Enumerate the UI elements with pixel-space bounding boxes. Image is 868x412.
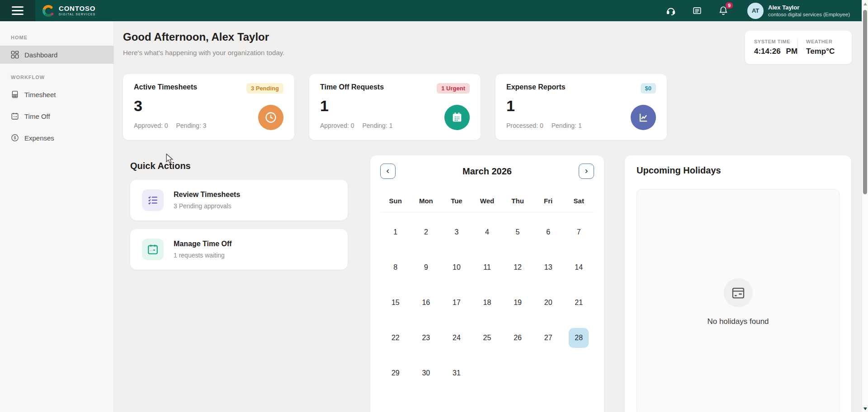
- calendar-day[interactable]: 2: [411, 222, 442, 242]
- calendar-day-header: Mon: [411, 197, 442, 205]
- quick-actions-title: Quick Actions: [130, 161, 348, 171]
- calendar-card: March 2026 SunMonTueWedThuFriSat 1234567…: [370, 155, 604, 412]
- sidebar-item-label: Timesheet: [24, 91, 56, 98]
- calendar-day[interactable]: 13: [533, 258, 564, 277]
- calendar-day[interactable]: 11: [472, 258, 503, 277]
- holidays-title: Upcoming Holidays: [637, 165, 840, 176]
- stat-detail: Pending: 3: [176, 122, 207, 129]
- brand-tagline: DIGITAL SERVICES: [59, 13, 96, 16]
- calendar-day[interactable]: 17: [441, 293, 472, 313]
- calendar-day[interactable]: 27: [533, 328, 564, 348]
- stat-detail: Pending: 1: [363, 122, 393, 129]
- calendar-day-empty: [502, 363, 533, 383]
- main-content: Good Afternoon, Alex Taylor Here's what'…: [114, 21, 862, 412]
- sidebar-item-label: Time Off: [24, 112, 50, 120]
- chevron-left-icon: [384, 168, 392, 175]
- announcements-button[interactable]: [692, 5, 703, 16]
- timesheet-document-icon: [11, 90, 19, 98]
- calendar-day[interactable]: 30: [411, 363, 442, 383]
- timeoff-calendar-icon: [11, 112, 19, 120]
- calendar-day[interactable]: 31: [441, 363, 472, 383]
- calendar-day[interactable]: 10: [441, 258, 472, 277]
- calendar-day[interactable]: 21: [563, 293, 594, 313]
- page-title: Good Afternoon, Alex Taylor: [123, 31, 284, 43]
- weather-value: Temp°C: [806, 47, 843, 56]
- calendar-day[interactable]: 3: [441, 222, 472, 242]
- sidebar-item-expenses[interactable]: $ Expenses: [0, 129, 113, 147]
- scroll-down-arrow-icon[interactable]: [863, 407, 867, 410]
- sidebar-item-label: Dashboard: [24, 51, 57, 59]
- sidebar-item-dashboard[interactable]: Dashboard: [0, 46, 113, 64]
- calendar-day[interactable]: 18: [472, 293, 503, 313]
- weather-label: WEATHER: [806, 39, 843, 44]
- calendar-day[interactable]: 6: [533, 222, 564, 242]
- status-badge: 1 Urgent: [437, 83, 470, 94]
- avatar: AT: [747, 3, 764, 19]
- stat-card-expense-reports: Expense Reports $0 1 Processed: 0 Pendin…: [495, 74, 667, 140]
- brand-name: CONTOSO: [59, 5, 96, 12]
- calendar-icon: [451, 111, 463, 124]
- calendar-day[interactable]: 1: [380, 222, 411, 242]
- sidebar-section-workflow: WORKFLOW: [0, 75, 113, 85]
- calendar-day-header: Sun: [380, 197, 411, 205]
- quick-action-review-timesheets[interactable]: Review Timesheets 3 Pending approvals: [130, 180, 348, 220]
- empty-calendar-icon: [731, 285, 746, 300]
- sidebar-item-label: Expenses: [24, 134, 54, 142]
- scrollbar-thumb[interactable]: [863, 10, 867, 194]
- checklist-icon: [147, 194, 159, 206]
- calendar-day[interactable]: 24: [441, 328, 472, 348]
- calendar-day[interactable]: 14: [563, 258, 594, 277]
- calendar-prev-button[interactable]: [380, 164, 396, 179]
- user-menu[interactable]: AT Alex Taylor contoso digital services …: [747, 3, 850, 19]
- notifications-button[interactable]: 9: [718, 5, 729, 16]
- calendar-day[interactable]: 4: [472, 222, 503, 242]
- calendar-day[interactable]: 20: [533, 293, 564, 313]
- chevron-right-icon: [583, 168, 590, 175]
- calendar-day[interactable]: 25: [472, 328, 503, 348]
- stat-detail: Pending: 1: [552, 122, 582, 129]
- stat-detail: Approved: 0: [320, 122, 354, 129]
- system-status-card: SYSTEM TIME 4:14:26PM WEATHER Temp°C: [745, 31, 852, 64]
- quick-action-subtitle: 1 requests waiting: [174, 252, 232, 259]
- calendar-day[interactable]: 8: [380, 258, 411, 277]
- hamburger-menu-button[interactable]: [0, 0, 35, 21]
- calendar-check-icon: [147, 243, 159, 255]
- greeting-block: Good Afternoon, Alex Taylor Here's what'…: [123, 31, 284, 56]
- stat-card-timeoff-requests: Time Off Requests 1 Urgent 1 Approved: 0…: [309, 74, 481, 140]
- sidebar-item-timeoff[interactable]: Time Off: [0, 107, 113, 125]
- calendar-day[interactable]: 19: [502, 293, 533, 313]
- calendar-day[interactable]: 12: [502, 258, 533, 277]
- calendar-day[interactable]: 22: [380, 328, 411, 348]
- calendar-dow-row: SunMonTueWedThuFriSat: [380, 197, 594, 212]
- calendar-day[interactable]: 7: [563, 222, 594, 242]
- calendar-day[interactable]: 23: [411, 328, 442, 348]
- calendar-day[interactable]: 15: [380, 293, 411, 313]
- calendar-day[interactable]: 16: [411, 293, 442, 313]
- scroll-up-arrow-icon[interactable]: [863, 3, 867, 5]
- quick-action-subtitle: 3 Pending approvals: [174, 202, 240, 210]
- contoso-logo-icon: [42, 4, 55, 18]
- upcoming-holidays-card: Upcoming Holidays No holidays found: [625, 155, 851, 412]
- calendar-day-header: Sat: [563, 197, 594, 205]
- calendar-day[interactable]: 26: [502, 328, 533, 348]
- calendar-next-button[interactable]: [579, 164, 594, 179]
- quick-actions-section: Quick Actions Review Timesheets 3 Pendin…: [130, 155, 348, 270]
- calendar-day[interactable]: 28: [569, 328, 589, 348]
- calendar-day-header: Thu: [502, 197, 533, 205]
- sidebar-item-timesheet[interactable]: Timesheet: [0, 85, 113, 103]
- calendar-day[interactable]: 9: [411, 258, 442, 277]
- calendar-day[interactable]: 5: [502, 222, 533, 242]
- calendar-day[interactable]: 29: [380, 363, 411, 383]
- svg-text:$: $: [14, 136, 16, 140]
- status-badge: 3 Pending: [246, 83, 283, 94]
- vertical-scrollbar[interactable]: [862, 0, 868, 412]
- calendar-day-empty: [563, 363, 594, 383]
- calendar-day-header: Tue: [441, 197, 472, 205]
- support-button[interactable]: [665, 5, 676, 16]
- holidays-empty-panel: No holidays found: [637, 189, 840, 412]
- page-subtitle: Here's what's happening with your organi…: [123, 49, 284, 56]
- user-role: contoso digital services (Employee): [768, 12, 850, 17]
- quick-action-manage-timeoff[interactable]: Manage Time Off 1 requests waiting: [130, 229, 348, 270]
- news-icon: [692, 6, 703, 16]
- hamburger-icon: [12, 6, 24, 15]
